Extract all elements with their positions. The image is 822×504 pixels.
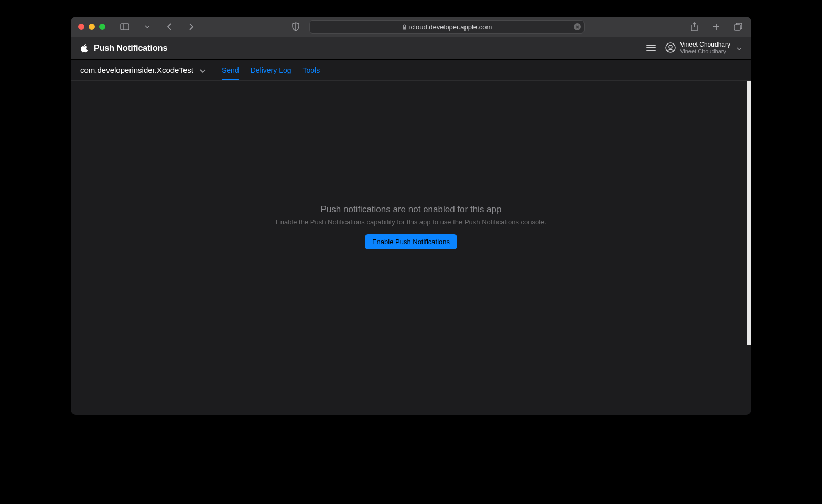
app-logo[interactable]: Push Notifications: [80, 43, 167, 53]
back-button[interactable]: [164, 21, 175, 32]
svg-rect-3: [403, 27, 406, 30]
tabs-overview-icon[interactable]: [732, 21, 744, 32]
share-icon[interactable]: [688, 21, 700, 32]
apple-icon: [80, 43, 89, 53]
new-tab-icon[interactable]: [710, 21, 722, 32]
content-area: Push notifications are not enabled for t…: [71, 81, 751, 415]
tab-label: Send: [222, 66, 239, 74]
empty-state-subtitle: Enable the Push Notifications capability…: [276, 218, 546, 226]
user-name-wrap: Vineet Choudhary Vineet Choudhary: [680, 41, 730, 56]
toolbar-right: [688, 21, 744, 32]
scrollbar-track: [747, 81, 751, 415]
browser-window: icloud.developer.apple.com: [71, 17, 751, 415]
user-avatar-icon: [665, 42, 676, 53]
close-window-button[interactable]: [78, 24, 84, 30]
address-bar[interactable]: icloud.developer.apple.com: [309, 20, 585, 34]
address-url: icloud.developer.apple.com: [409, 23, 492, 31]
tab-label: Delivery Log: [251, 66, 291, 74]
chevron-down-icon: [200, 65, 206, 74]
app-header-right: Vineet Choudhary Vineet Choudhary: [646, 41, 742, 56]
empty-state-title: Push notifications are not enabled for t…: [276, 204, 546, 215]
app-title: Push Notifications: [94, 43, 167, 53]
clear-address-icon[interactable]: [574, 23, 581, 30]
forward-button[interactable]: [186, 21, 197, 32]
enable-push-notifications-button[interactable]: Enable Push Notifications: [365, 234, 457, 249]
toolbar-divider: [136, 23, 136, 31]
empty-state: Push notifications are not enabled for t…: [276, 204, 546, 249]
scrollbar-thumb[interactable]: [747, 81, 751, 345]
svg-rect-0: [121, 24, 129, 30]
tab-delivery-log[interactable]: Delivery Log: [251, 60, 291, 80]
user-name: Vineet Choudhary: [680, 41, 730, 48]
address-bar-area: icloud.developer.apple.com: [201, 20, 675, 34]
sidebar-toggle-icon[interactable]: [119, 21, 131, 32]
tab-tools[interactable]: Tools: [303, 60, 320, 80]
tab-send[interactable]: Send: [222, 60, 239, 80]
minimize-window-button[interactable]: [89, 24, 95, 30]
chevron-down-icon: [737, 43, 742, 52]
user-menu[interactable]: Vineet Choudhary Vineet Choudhary: [665, 41, 742, 56]
hamburger-menu-icon[interactable]: [646, 45, 656, 51]
bundle-id-selector[interactable]: com.developerinsider.XcodeTest: [80, 65, 206, 74]
user-sub: Vineet Choudhary: [680, 48, 730, 55]
lock-icon: [402, 24, 407, 30]
traffic-lights: [78, 24, 105, 30]
tabs: Send Delivery Log Tools: [222, 60, 320, 80]
browser-toolbar: icloud.developer.apple.com: [71, 17, 751, 37]
tab-label: Tools: [303, 66, 320, 74]
svg-point-10: [669, 45, 672, 48]
tab-group-chevron-icon[interactable]: [142, 21, 153, 32]
svg-rect-8: [734, 25, 740, 30]
privacy-shield-icon[interactable]: [291, 22, 300, 31]
app-header: Push Notifications Vineet Choudhary Vine…: [71, 37, 751, 60]
bundle-id-label: com.developerinsider.XcodeTest: [80, 65, 193, 74]
maximize-window-button[interactable]: [99, 24, 105, 30]
sub-header: com.developerinsider.XcodeTest Send Deli…: [71, 60, 751, 81]
